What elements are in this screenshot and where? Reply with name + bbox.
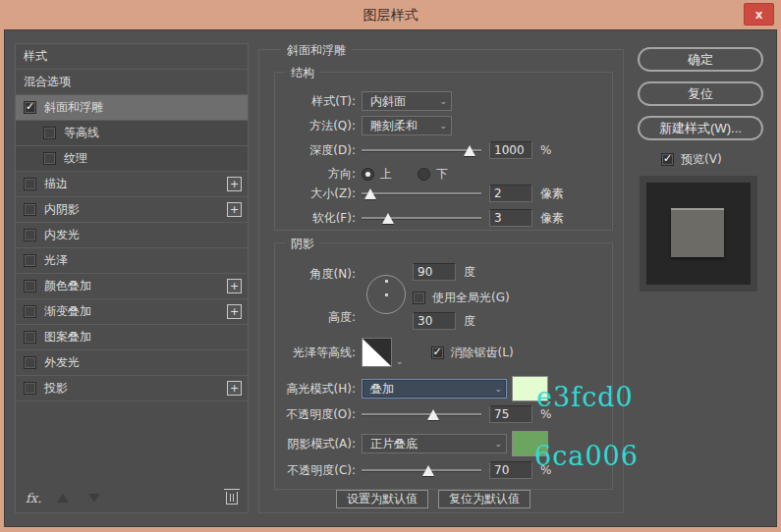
size-unit: 像素	[540, 186, 564, 202]
highlight-mode-label: 高光模式(H):	[275, 381, 362, 398]
shadow-mode-label: 阴影模式(A):	[275, 436, 362, 452]
reset-default-button[interactable]: 复位为默认值	[438, 490, 530, 508]
sidebar-item-label: 投影	[44, 380, 227, 397]
effect-checkbox[interactable]	[24, 280, 36, 293]
angle-input[interactable]	[413, 263, 456, 281]
sidebar-item-7[interactable]: 内发光	[16, 223, 248, 248]
effect-checkbox[interactable]	[24, 331, 36, 344]
shadow-hex-annotation: 6ca006	[534, 441, 639, 471]
structure-legend: 结构	[286, 65, 319, 81]
add-instance-icon[interactable]: +	[227, 279, 242, 293]
size-label: 大小(Z):	[275, 186, 362, 202]
sidebar-item-label: 渐变叠加	[44, 303, 227, 320]
depth-unit: %	[540, 143, 551, 157]
technique-select[interactable]: 雕刻柔和 ⌄	[362, 116, 452, 135]
sidebar-item-10[interactable]: 渐变叠加+	[16, 299, 248, 325]
effect-checkbox[interactable]	[24, 356, 36, 369]
sidebar-item-1[interactable]: 混合选项	[16, 70, 248, 95]
new-style-button[interactable]: 新建样式(W)...	[638, 116, 763, 140]
direction-down-label: 下	[436, 166, 448, 183]
titlebar: 图层样式 x	[0, 0, 781, 29]
effect-checkbox[interactable]	[43, 152, 56, 165]
sidebar-item-3[interactable]: 等高线	[16, 121, 248, 146]
opacity2-slider[interactable]	[362, 463, 481, 477]
close-button[interactable]: x	[744, 3, 774, 26]
shadow-mode-select[interactable]: 正片叠底 ⌄	[362, 434, 507, 453]
preview-toggle[interactable]: 预览(V)	[661, 151, 722, 168]
sidebar-item-13[interactable]: 投影+	[16, 376, 248, 401]
direction-down-radio[interactable]	[418, 168, 430, 181]
sidebar-item-0[interactable]: 样式	[16, 44, 248, 70]
sidebar-item-label: 图案叠加	[44, 329, 242, 346]
sidebar-item-label: 纹理	[64, 150, 242, 167]
sidebar-item-2[interactable]: 斜面和浮雕	[16, 95, 248, 121]
depth-slider[interactable]	[362, 143, 481, 157]
depth-input[interactable]	[489, 141, 532, 159]
direction-up-radio[interactable]	[362, 168, 374, 181]
global-light-checkbox[interactable]	[413, 292, 425, 304]
sidebar-item-4[interactable]: 纹理	[16, 146, 248, 172]
delete-effect-icon[interactable]	[226, 492, 238, 505]
altitude-unit: 度	[464, 313, 475, 330]
fx-icon[interactable]: fx.	[26, 491, 41, 505]
direction-label: 方向:	[275, 166, 362, 183]
sidebar-item-5[interactable]: 描边+	[16, 172, 248, 197]
size-slider[interactable]	[362, 186, 481, 200]
sidebar-item-label: 斜面和浮雕	[44, 99, 242, 116]
gloss-contour-label: 光泽等高线:	[275, 345, 362, 361]
highlight-mode-select[interactable]: 叠加 ⌄	[362, 379, 507, 399]
preview-checkbox[interactable]	[661, 153, 674, 166]
opacity1-slider[interactable]	[362, 407, 481, 421]
chevron-down-icon[interactable]: ⌄	[396, 356, 404, 366]
altitude-input[interactable]	[413, 312, 456, 330]
anti-alias-label: 消除锯齿(L)	[451, 345, 514, 361]
opacity1-input[interactable]	[489, 405, 532, 423]
sidebar-item-label: 等高线	[64, 125, 242, 141]
opacity2-label: 不透明度(C):	[275, 462, 362, 479]
angle-label: 角度(N):	[275, 266, 362, 283]
add-instance-icon[interactable]: +	[227, 381, 242, 396]
sidebar-item-label: 内发光	[44, 227, 242, 243]
preview-canvas	[646, 183, 751, 285]
sidebar-item-6[interactable]: 内阴影+	[16, 197, 248, 223]
effect-checkbox[interactable]	[24, 254, 36, 267]
preview-thumbnail	[640, 176, 757, 292]
sidebar-item-11[interactable]: 图案叠加	[16, 325, 248, 350]
technique-label: 方法(Q):	[275, 118, 362, 134]
effect-checkbox[interactable]	[43, 127, 56, 139]
effect-checkbox[interactable]	[24, 203, 36, 216]
soften-input[interactable]	[489, 209, 532, 227]
chevron-down-icon: ⌄	[494, 439, 502, 449]
reset-button[interactable]: 复位	[638, 81, 763, 106]
sidebar-item-8[interactable]: 光泽	[16, 248, 248, 274]
sidebar-item-9[interactable]: 颜色叠加+	[16, 274, 248, 299]
anti-alias-checkbox[interactable]	[431, 346, 444, 359]
sidebar-item-label: 混合选项	[24, 74, 242, 90]
style-list: 样式混合选项斜面和浮雕等高线纹理描边+内阴影+内发光光泽颜色叠加+渐变叠加+图案…	[15, 43, 249, 513]
sidebar-item-label: 样式	[24, 48, 242, 65]
effect-checkbox[interactable]	[24, 229, 36, 241]
effect-checkbox[interactable]	[24, 305, 36, 318]
effect-checkbox[interactable]	[24, 101, 36, 114]
shading-legend: 阴影	[286, 236, 319, 252]
size-input[interactable]	[489, 185, 532, 202]
soften-slider[interactable]	[362, 211, 481, 225]
add-instance-icon[interactable]: +	[227, 177, 242, 191]
altitude-label: 高度:	[275, 309, 362, 326]
add-instance-icon[interactable]: +	[227, 202, 242, 217]
move-up-icon[interactable]	[57, 494, 69, 503]
effect-checkbox[interactable]	[24, 178, 36, 190]
make-default-button[interactable]: 设置为默认值	[336, 490, 428, 508]
effect-checkbox[interactable]	[24, 382, 36, 395]
add-instance-icon[interactable]: +	[227, 304, 242, 319]
gloss-contour-picker[interactable]	[362, 338, 392, 367]
chevron-down-icon: ⌄	[439, 96, 447, 106]
opacity2-input[interactable]	[489, 461, 532, 479]
move-down-icon[interactable]	[88, 494, 100, 503]
sidebar-item-label: 内阴影	[44, 201, 227, 218]
sidebar-item-label: 颜色叠加	[44, 278, 227, 294]
style-select[interactable]: 内斜面 ⌄	[362, 91, 452, 111]
sidebar-item-12[interactable]: 外发光	[16, 350, 248, 376]
ok-button[interactable]: 确定	[638, 47, 763, 72]
preview-bevel-square	[671, 208, 724, 257]
